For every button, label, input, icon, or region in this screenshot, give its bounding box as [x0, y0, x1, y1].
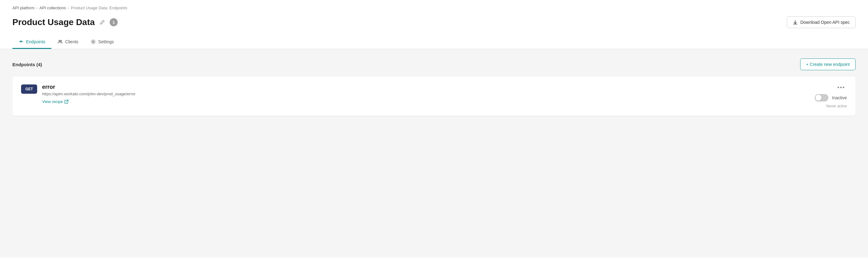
svg-point-2 [60, 40, 62, 41]
tab-endpoints[interactable]: Endpoints [12, 36, 52, 49]
settings-icon [91, 39, 96, 44]
create-endpoint-button[interactable]: + Create new endpoint [800, 59, 856, 70]
svg-point-3 [93, 41, 94, 43]
breadcrumb-sep-2: › [68, 6, 69, 10]
version-badge: 1 [110, 18, 118, 26]
pencil-icon [100, 20, 105, 25]
header-section: API platform › API collections › Product… [0, 0, 868, 49]
tabs: Endpoints Clients Settings [12, 36, 856, 49]
breadcrumb-api-platform[interactable]: API platform [12, 6, 35, 10]
breadcrumb: API platform › API collections › Product… [12, 6, 856, 10]
svg-point-1 [59, 40, 60, 41]
method-badge: GET [21, 85, 37, 94]
status-label: Inactive [832, 95, 847, 100]
tab-settings-label: Settings [98, 39, 114, 44]
view-recipe-link[interactable]: View recipe [42, 99, 135, 104]
external-link-icon [64, 100, 68, 104]
endpoints-icon [19, 39, 24, 44]
breadcrumb-sep-1: › [36, 6, 38, 10]
breadcrumb-api-collections[interactable]: API collections [40, 6, 66, 10]
create-endpoint-label: + Create new endpoint [806, 62, 850, 67]
active-toggle[interactable] [815, 94, 828, 101]
endpoints-count-title: Endpoints (4) [12, 62, 42, 67]
download-button-label: Download Open API spec [800, 20, 850, 25]
endpoint-right: ••• Inactive Never active [815, 84, 847, 108]
endpoint-name: error [42, 84, 135, 90]
tab-endpoints-label: Endpoints [26, 39, 45, 44]
edit-title-button[interactable] [98, 19, 106, 26]
status-row: Inactive [815, 94, 847, 101]
more-dots-icon: ••• [837, 85, 845, 91]
page-title: Product Usage Data [12, 17, 95, 27]
svg-point-0 [21, 41, 22, 42]
title-row: Product Usage Data 1 Download Open API s… [12, 17, 856, 28]
clients-icon [58, 39, 63, 44]
endpoint-info: error https://apim.workato.com/john-dev/… [42, 84, 135, 104]
tab-clients[interactable]: Clients [52, 36, 85, 49]
page-wrapper: API platform › API collections › Product… [0, 0, 868, 258]
endpoint-left: GET error https://apim.workato.com/john-… [21, 84, 135, 104]
download-icon [793, 20, 798, 25]
endpoints-header: Endpoints (4) + Create new endpoint [12, 59, 856, 70]
download-openapi-button[interactable]: Download Open API spec [787, 17, 856, 28]
endpoint-card: GET error https://apim.workato.com/john-… [12, 76, 856, 116]
tab-clients-label: Clients [65, 39, 79, 44]
breadcrumb-current: Product Usage Data: Endpoints [71, 6, 127, 10]
content-section: Endpoints (4) + Create new endpoint GET … [0, 49, 868, 258]
view-recipe-label: View recipe [42, 99, 63, 104]
last-active-label: Never active [826, 104, 847, 108]
endpoint-url: https://apim.workato.com/john-dev/prod_u… [42, 92, 135, 96]
more-options-button[interactable]: ••• [836, 84, 847, 92]
title-left: Product Usage Data 1 [12, 17, 118, 27]
endpoint-card-inner: GET error https://apim.workato.com/john-… [21, 84, 847, 108]
tab-settings[interactable]: Settings [85, 36, 120, 49]
